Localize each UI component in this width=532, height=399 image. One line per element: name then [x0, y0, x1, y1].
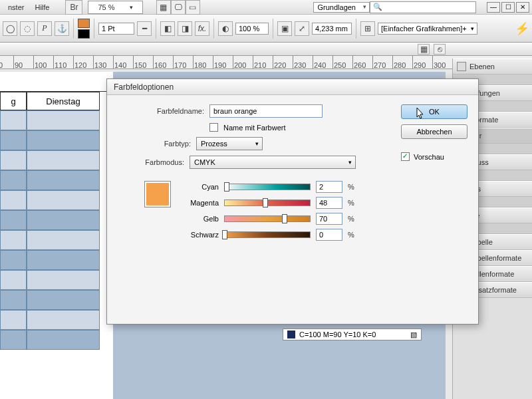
cancel-button[interactable]: Abbrechen [401, 124, 467, 139]
zoom-field[interactable]: 75 %▾ [88, 1, 142, 14]
swatch-options-dialog: Farbfeldoptionen Farbfeldname: Name mit … [106, 78, 479, 325]
table-cell[interactable] [27, 330, 100, 350]
sub-bar: ▦ ⎋ [0, 43, 532, 56]
gelb-value-input[interactable]: 70 [316, 213, 342, 225]
menu-item[interactable]: Hilfe [29, 2, 55, 13]
table-cell[interactable] [27, 230, 100, 250]
channel-label: Magenta [179, 199, 219, 207]
table-cell[interactable] [27, 150, 100, 170]
cyan-slider[interactable] [224, 184, 311, 190]
swatch-list-item[interactable]: C=100 M=90 Y=10 K=0 ▧ [283, 329, 422, 340]
table-cell[interactable] [27, 250, 100, 270]
frame-style-icon[interactable]: ⊞ [360, 21, 375, 36]
stroke-swatch[interactable] [78, 29, 90, 39]
table-cell[interactable] [0, 170, 27, 190]
color-mode-select[interactable]: CMYK [190, 156, 356, 169]
table-cell[interactable] [0, 150, 27, 170]
table-cell[interactable] [27, 290, 100, 310]
minimize-icon[interactable]: — [487, 2, 500, 13]
stroke-weight-field[interactable]: 1 Pt [98, 23, 134, 35]
bridge-button[interactable]: Br [65, 0, 82, 15]
fill-swatch[interactable] [78, 19, 90, 28]
arrange-icon[interactable]: ▭ [186, 0, 200, 15]
table-cell[interactable] [27, 130, 100, 150]
menu-bar: nster Hilfe Br 75 %▾ ▦ 🖵 ▭ Grundlagen 🔍 … [0, 0, 532, 15]
table-cell[interactable] [27, 270, 100, 290]
table-cell[interactable] [27, 310, 100, 330]
paragraph-icon[interactable]: P [37, 21, 52, 36]
type-label: Farbtyp: [118, 140, 191, 148]
opacity-icon[interactable]: ◐ [218, 21, 233, 36]
view-icon[interactable]: ▦ [156, 0, 171, 15]
measure-field[interactable]: 4,233 mm [312, 23, 352, 35]
table-cell[interactable] [0, 130, 27, 150]
close-icon[interactable]: ✕ [516, 2, 529, 13]
corner-icon[interactable]: ◧ [160, 21, 175, 36]
workspace-dropdown[interactable]: Grundlagen [313, 2, 370, 13]
schwarz-value-input[interactable]: 0 [316, 229, 342, 241]
anchor-icon[interactable]: ⚓ [55, 21, 69, 36]
textwrap-icon[interactable]: ▣ [277, 21, 292, 36]
gelb-slider[interactable] [224, 215, 311, 222]
cmyk-icon: ▧ [410, 331, 417, 339]
name-label: Farbfeldname: [118, 107, 204, 115]
swatch-chip [287, 331, 295, 338]
table-cell[interactable] [0, 270, 27, 290]
table-cell[interactable] [27, 110, 100, 130]
fill-stroke-swatch[interactable] [78, 19, 90, 39]
panel-icon [457, 62, 466, 71]
table-cell[interactable] [0, 110, 27, 130]
table-cell[interactable] [0, 250, 27, 270]
channel-label: Cyan [179, 183, 219, 191]
fx-icon[interactable]: fx. [195, 21, 209, 36]
channel-label: Schwarz [179, 231, 219, 239]
menu-item[interactable]: nster [3, 2, 29, 13]
table-cell[interactable] [27, 210, 100, 230]
opacity-field[interactable]: 100 % [235, 23, 269, 35]
corner2-icon[interactable]: ◨ [178, 21, 192, 36]
table-cell[interactable] [27, 190, 100, 210]
name-with-value-label: Name mit Farbwert [223, 124, 286, 132]
table-header: g [0, 92, 27, 110]
preview-checkbox[interactable] [401, 152, 410, 161]
name-with-value-checkbox[interactable] [209, 123, 218, 132]
table-header: Dienstag [27, 92, 100, 110]
color-type-select[interactable]: Prozess [196, 137, 263, 150]
document[interactable]: g Dienstag [0, 72, 113, 399]
table-cell[interactable] [0, 210, 27, 230]
link-icon[interactable]: ⎋ [434, 44, 446, 55]
preview-label: Vorschau [414, 153, 444, 161]
lightning-icon[interactable]: ⚡ [515, 21, 529, 36]
grid-icon[interactable]: ▦ [418, 44, 430, 55]
maximize-icon[interactable]: ☐ [501, 2, 515, 13]
line-style-icon[interactable]: ━ [137, 21, 152, 36]
mode-label: Farbmodus: [118, 158, 184, 166]
dialog-title: Farbfeldoptionen [107, 79, 478, 95]
channel-label: Gelb [179, 215, 219, 223]
table-cell[interactable] [27, 170, 100, 190]
table-cell[interactable] [0, 310, 27, 330]
control-bar: ◯ ◌ P ⚓ 1 Pt ━ ◧ ◨ fx. ◐ 100 % ▣ ⤢ 4,233… [0, 15, 532, 43]
panel-tab[interactable]: Ebenen [453, 59, 532, 74]
schwarz-slider[interactable] [224, 231, 311, 238]
table-cell[interactable] [0, 290, 27, 310]
cyan-value-input[interactable]: 2 [316, 181, 342, 193]
table-cell[interactable] [0, 330, 27, 350]
screen-icon[interactable]: 🖵 [171, 0, 186, 15]
magenta-slider[interactable] [224, 200, 311, 206]
ok-button[interactable]: OK [401, 104, 467, 119]
fit-icon[interactable]: ⤢ [295, 21, 309, 36]
frame-preset-dropdown[interactable]: [Einfacher Grafikrahmen]+▾ [378, 23, 477, 35]
table-cell[interactable] [0, 190, 27, 210]
table-cell[interactable] [0, 230, 27, 250]
swatch-name-input[interactable] [209, 104, 323, 118]
ellipse-dashed-icon[interactable]: ◌ [20, 21, 35, 36]
color-preview [144, 181, 171, 207]
search-input[interactable]: 🔍 [370, 1, 476, 13]
magenta-value-input[interactable]: 48 [316, 197, 342, 209]
ellipse-icon[interactable]: ◯ [3, 21, 17, 36]
